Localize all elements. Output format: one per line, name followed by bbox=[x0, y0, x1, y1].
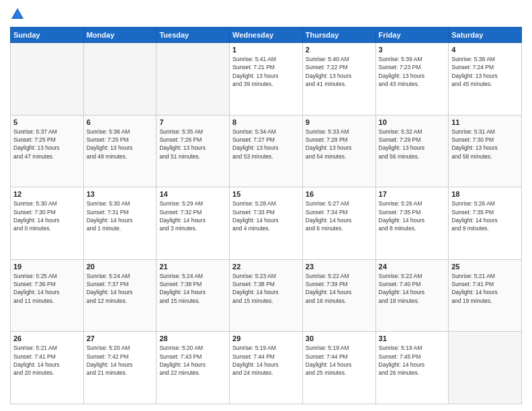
day-number: 23 bbox=[306, 263, 373, 271]
day-number: 18 bbox=[451, 190, 519, 198]
day-info: Sunrise: 5:19 AM Sunset: 7:44 PM Dayligh… bbox=[232, 344, 300, 377]
day-info: Sunrise: 5:26 AM Sunset: 7:35 PM Dayligh… bbox=[451, 199, 519, 232]
calendar-cell: 27Sunrise: 5:20 AM Sunset: 7:42 PM Dayli… bbox=[83, 332, 157, 404]
day-number: 28 bbox=[159, 334, 226, 342]
day-number: 29 bbox=[232, 334, 300, 342]
day-number: 15 bbox=[232, 190, 300, 198]
calendar-cell: 31Sunrise: 5:19 AM Sunset: 7:45 PM Dayli… bbox=[375, 332, 449, 404]
calendar-cell: 28Sunrise: 5:20 AM Sunset: 7:43 PM Dayli… bbox=[157, 332, 230, 404]
day-info: Sunrise: 5:21 AM Sunset: 7:41 PM Dayligh… bbox=[13, 344, 81, 377]
day-info: Sunrise: 5:22 AM Sunset: 7:40 PM Dayligh… bbox=[379, 272, 446, 305]
calendar-week-row: 26Sunrise: 5:21 AM Sunset: 7:41 PM Dayli… bbox=[11, 332, 522, 404]
day-number: 12 bbox=[13, 190, 81, 198]
weekday-header: Saturday bbox=[449, 28, 522, 43]
day-info: Sunrise: 5:19 AM Sunset: 7:44 PM Dayligh… bbox=[306, 344, 373, 377]
day-info: Sunrise: 5:37 AM Sunset: 7:25 PM Dayligh… bbox=[13, 128, 81, 161]
calendar-cell: 20Sunrise: 5:24 AM Sunset: 7:37 PM Dayli… bbox=[83, 259, 157, 332]
day-number: 9 bbox=[306, 118, 373, 126]
calendar-cell: 2Sunrise: 5:40 AM Sunset: 7:22 PM Daylig… bbox=[302, 43, 375, 116]
calendar-week-row: 12Sunrise: 5:30 AM Sunset: 7:30 PM Dayli… bbox=[11, 187, 522, 260]
calendar-cell: 13Sunrise: 5:30 AM Sunset: 7:31 PM Dayli… bbox=[83, 187, 157, 260]
day-info: Sunrise: 5:28 AM Sunset: 7:33 PM Dayligh… bbox=[232, 199, 300, 232]
calendar-cell bbox=[449, 332, 522, 404]
weekday-header: Thursday bbox=[302, 28, 375, 43]
calendar-cell: 17Sunrise: 5:26 AM Sunset: 7:35 PM Dayli… bbox=[375, 187, 449, 260]
day-info: Sunrise: 5:22 AM Sunset: 7:39 PM Dayligh… bbox=[306, 272, 373, 305]
day-number: 7 bbox=[159, 118, 226, 126]
calendar-cell: 3Sunrise: 5:39 AM Sunset: 7:23 PM Daylig… bbox=[375, 43, 449, 116]
calendar-cell: 16Sunrise: 5:27 AM Sunset: 7:34 PM Dayli… bbox=[302, 187, 375, 260]
calendar-cell: 4Sunrise: 5:38 AM Sunset: 7:24 PM Daylig… bbox=[449, 43, 522, 116]
day-number: 13 bbox=[87, 190, 154, 198]
day-number: 20 bbox=[87, 263, 154, 271]
calendar-cell: 9Sunrise: 5:33 AM Sunset: 7:28 PM Daylig… bbox=[302, 115, 375, 187]
day-info: Sunrise: 5:24 AM Sunset: 7:38 PM Dayligh… bbox=[159, 272, 226, 305]
day-info: Sunrise: 5:33 AM Sunset: 7:28 PM Dayligh… bbox=[306, 128, 373, 161]
day-number: 5 bbox=[13, 118, 81, 126]
calendar-week-row: 19Sunrise: 5:25 AM Sunset: 7:36 PM Dayli… bbox=[11, 259, 522, 332]
day-number: 16 bbox=[306, 190, 373, 198]
day-info: Sunrise: 5:30 AM Sunset: 7:30 PM Dayligh… bbox=[13, 199, 81, 232]
day-number: 27 bbox=[87, 334, 154, 342]
calendar-week-row: 5Sunrise: 5:37 AM Sunset: 7:25 PM Daylig… bbox=[11, 115, 522, 187]
calendar-cell: 26Sunrise: 5:21 AM Sunset: 7:41 PM Dayli… bbox=[11, 332, 84, 404]
day-number: 2 bbox=[306, 46, 373, 54]
page: SundayMondayTuesdayWednesdayThursdayFrid… bbox=[0, 0, 532, 411]
day-info: Sunrise: 5:32 AM Sunset: 7:29 PM Dayligh… bbox=[379, 128, 446, 161]
calendar-cell: 12Sunrise: 5:30 AM Sunset: 7:30 PM Dayli… bbox=[11, 187, 84, 260]
calendar-cell bbox=[157, 43, 230, 116]
day-number: 14 bbox=[159, 190, 226, 198]
day-info: Sunrise: 5:25 AM Sunset: 7:36 PM Dayligh… bbox=[13, 272, 81, 305]
weekday-header: Tuesday bbox=[157, 28, 230, 43]
day-number: 25 bbox=[451, 263, 519, 271]
day-number: 22 bbox=[232, 263, 300, 271]
day-number: 30 bbox=[306, 334, 373, 342]
calendar-cell: 21Sunrise: 5:24 AM Sunset: 7:38 PM Dayli… bbox=[157, 259, 230, 332]
calendar-cell bbox=[83, 43, 157, 116]
calendar-cell: 11Sunrise: 5:31 AM Sunset: 7:30 PM Dayli… bbox=[449, 115, 522, 187]
weekday-header: Friday bbox=[375, 28, 449, 43]
weekday-header: Monday bbox=[83, 28, 157, 43]
day-number: 10 bbox=[379, 118, 446, 126]
day-number: 26 bbox=[13, 334, 81, 342]
header bbox=[10, 7, 522, 21]
day-info: Sunrise: 5:24 AM Sunset: 7:37 PM Dayligh… bbox=[87, 272, 154, 305]
calendar-cell: 19Sunrise: 5:25 AM Sunset: 7:36 PM Dayli… bbox=[11, 259, 84, 332]
day-number: 21 bbox=[159, 263, 226, 271]
calendar-table: SundayMondayTuesdayWednesdayThursdayFrid… bbox=[10, 27, 522, 404]
day-info: Sunrise: 5:31 AM Sunset: 7:30 PM Dayligh… bbox=[451, 128, 519, 161]
day-info: Sunrise: 5:27 AM Sunset: 7:34 PM Dayligh… bbox=[306, 199, 373, 232]
calendar-cell: 15Sunrise: 5:28 AM Sunset: 7:33 PM Dayli… bbox=[230, 187, 303, 260]
calendar-cell: 24Sunrise: 5:22 AM Sunset: 7:40 PM Dayli… bbox=[375, 259, 449, 332]
day-info: Sunrise: 5:38 AM Sunset: 7:24 PM Dayligh… bbox=[451, 55, 519, 88]
day-info: Sunrise: 5:41 AM Sunset: 7:21 PM Dayligh… bbox=[232, 55, 300, 88]
calendar-cell: 1Sunrise: 5:41 AM Sunset: 7:21 PM Daylig… bbox=[230, 43, 303, 116]
day-number: 11 bbox=[451, 118, 519, 126]
day-number: 24 bbox=[379, 263, 446, 271]
calendar-cell bbox=[11, 43, 84, 116]
day-info: Sunrise: 5:23 AM Sunset: 7:38 PM Dayligh… bbox=[232, 272, 300, 305]
day-number: 19 bbox=[13, 263, 81, 271]
day-number: 8 bbox=[232, 118, 300, 126]
calendar-cell: 7Sunrise: 5:35 AM Sunset: 7:26 PM Daylig… bbox=[157, 115, 230, 187]
day-info: Sunrise: 5:19 AM Sunset: 7:45 PM Dayligh… bbox=[379, 344, 446, 377]
logo-icon bbox=[10, 7, 25, 21]
day-number: 4 bbox=[451, 46, 519, 54]
calendar-header-row: SundayMondayTuesdayWednesdayThursdayFrid… bbox=[11, 28, 522, 43]
calendar-cell: 5Sunrise: 5:37 AM Sunset: 7:25 PM Daylig… bbox=[11, 115, 84, 187]
day-info: Sunrise: 5:36 AM Sunset: 7:25 PM Dayligh… bbox=[87, 128, 154, 161]
weekday-header: Sunday bbox=[11, 28, 84, 43]
calendar-cell: 25Sunrise: 5:21 AM Sunset: 7:41 PM Dayli… bbox=[449, 259, 522, 332]
day-info: Sunrise: 5:29 AM Sunset: 7:32 PM Dayligh… bbox=[159, 199, 226, 232]
day-info: Sunrise: 5:20 AM Sunset: 7:42 PM Dayligh… bbox=[87, 344, 154, 377]
day-number: 3 bbox=[379, 46, 446, 54]
day-number: 31 bbox=[379, 334, 446, 342]
day-info: Sunrise: 5:39 AM Sunset: 7:23 PM Dayligh… bbox=[379, 55, 446, 88]
calendar-week-row: 1Sunrise: 5:41 AM Sunset: 7:21 PM Daylig… bbox=[11, 43, 522, 116]
calendar-cell: 14Sunrise: 5:29 AM Sunset: 7:32 PM Dayli… bbox=[157, 187, 230, 260]
day-info: Sunrise: 5:30 AM Sunset: 7:31 PM Dayligh… bbox=[87, 199, 154, 232]
calendar-cell: 22Sunrise: 5:23 AM Sunset: 7:38 PM Dayli… bbox=[230, 259, 303, 332]
calendar-cell: 23Sunrise: 5:22 AM Sunset: 7:39 PM Dayli… bbox=[302, 259, 375, 332]
calendar-cell: 8Sunrise: 5:34 AM Sunset: 7:27 PM Daylig… bbox=[230, 115, 303, 187]
day-info: Sunrise: 5:26 AM Sunset: 7:35 PM Dayligh… bbox=[379, 199, 446, 232]
